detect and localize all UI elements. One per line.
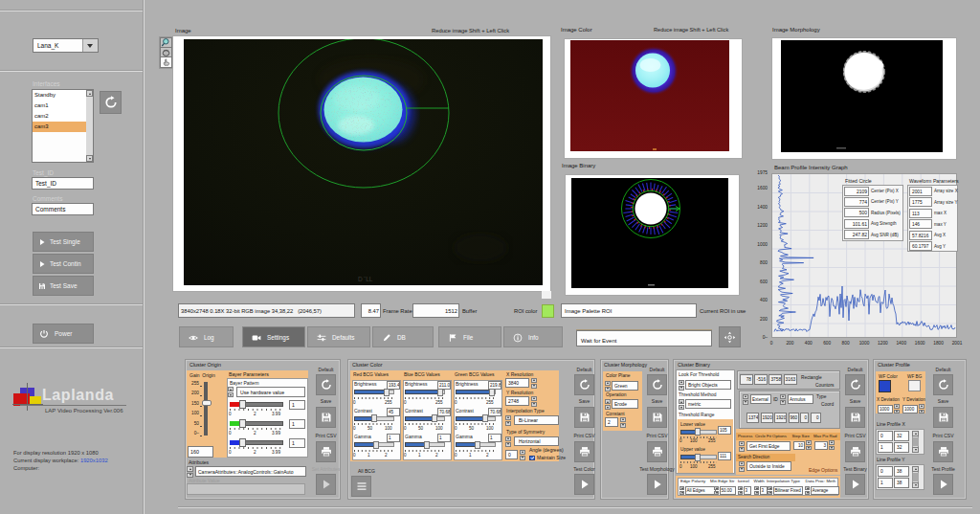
- svg-text:D ˉLL: D ˉLL: [358, 276, 373, 282]
